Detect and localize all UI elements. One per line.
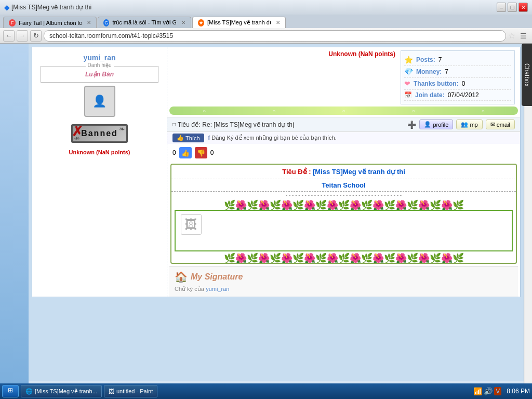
tab-close-miss-ts[interactable]: ✕ bbox=[276, 20, 280, 25]
user-avatar: 👤 bbox=[84, 86, 115, 117]
social-bar: 👍 Thích f Đăng Ký để xem những gì bạn bè… bbox=[167, 132, 520, 144]
minimize-button[interactable]: – bbox=[497, 3, 506, 12]
like-count-right: 0 bbox=[210, 149, 214, 156]
like-bar: 0 👍 👎 0 bbox=[167, 144, 520, 162]
content-box: Tiêu Đề : [Miss TS]Meg vẽ tranh dự thi T… bbox=[170, 164, 517, 264]
maximize-button[interactable]: □ bbox=[508, 3, 517, 12]
browser-logo: ◆ bbox=[4, 4, 9, 11]
fb-like-button[interactable]: 👍 Thích bbox=[172, 134, 204, 142]
title-text: [Miss TS]Meg vẽ tranh dự thi bbox=[11, 4, 91, 11]
tab-favicon-fairy: F bbox=[9, 19, 16, 26]
main-content: yumi_ran Danh hiệu Luận Bàn 👤 ✗ Banned bbox=[0, 44, 532, 399]
stat-join: 📅 Join date: 07/04/2012 bbox=[404, 90, 511, 101]
tab-close-google[interactable]: ✕ bbox=[181, 20, 185, 25]
like-count-left: 0 bbox=[172, 149, 176, 156]
tab-close-fairy[interactable]: ✕ bbox=[87, 20, 91, 25]
tieu-de-label: Tiêu Đề : bbox=[282, 168, 311, 176]
system-icons: 📶 🔊 V bbox=[473, 387, 501, 395]
tieu-de-value: [Miss TS]Meg vẽ tranh dự thi bbox=[313, 168, 405, 176]
chatbox-panel[interactable]: Chatbox bbox=[522, 44, 532, 106]
banned-text: Banned bbox=[81, 129, 118, 138]
house-icon: 🏠 bbox=[175, 271, 188, 283]
user-column: yumi_ran Danh hiệu Luận Bàn 👤 ✗ Banned bbox=[32, 47, 167, 297]
post-subject: Re: [Miss TS]Meg vẽ tranh dự thị bbox=[202, 121, 294, 128]
thumbs-up-icon: 👍 bbox=[177, 135, 184, 141]
stat-monney: 💎 Monney: 7 bbox=[404, 66, 511, 78]
posts-icon: ⭐ bbox=[404, 56, 413, 64]
network-icon: 📶 bbox=[473, 387, 482, 395]
stats-panel: ⭐ Posts: 7 💎 Monney: 7 ❤ Th bbox=[401, 50, 515, 104]
add-icon: ➕ bbox=[407, 121, 416, 129]
username: yumi_ran bbox=[38, 54, 161, 62]
taskbar-item-paint[interactable]: 🖼 untitled - Paint bbox=[104, 385, 157, 397]
stat-posts: ⭐ Posts: 7 bbox=[404, 54, 511, 66]
school-name: Teitan School bbox=[171, 179, 516, 191]
post-subject-line: □ Tiêu đề: Re: [Miss TS]Meg vẽ tranh dự … bbox=[172, 121, 294, 128]
bookmark-button[interactable]: ☆ bbox=[508, 31, 515, 41]
signature-area: 🏠 My Signature Chữ ký của yumi_ran bbox=[169, 266, 518, 297]
stat-thanks: ❤ Thanks button: 0 bbox=[404, 78, 511, 90]
address-bar[interactable]: school-teitan.roomforum.com/t41-topic#35… bbox=[44, 30, 506, 42]
content-column: Unknown (NaN points) ⭐ Posts: 7 💎 Monney… bbox=[167, 47, 520, 297]
danh-hieu-label: Danh hiệu bbox=[85, 62, 113, 68]
back-button[interactable]: ← bbox=[3, 30, 15, 42]
floral-border-bottom: 🌿🌺🌿🌺🌿🌺🌿🌺🌿🌺🌿🌺🌿🌺🌿🌺🌿🌺🌿🌺🌿 bbox=[171, 251, 516, 263]
fb-register-text: f Đăng Ký để xem những gì bạn bè của bạn… bbox=[208, 135, 337, 141]
post-actions: □ Tiêu đề: Re: [Miss TS]Meg vẽ tranh dự … bbox=[167, 117, 520, 132]
decorative-divider: ○ ○ ○ ○ ○ bbox=[169, 107, 518, 115]
tab-label-google: trúc mã là sói - Tìm với Google bbox=[112, 19, 176, 26]
address-text: school-teitan.roomforum.com/t41-topic#35… bbox=[49, 32, 173, 39]
tab-label-fairy: Fairy Tail | Album chon loc bbox=[19, 20, 82, 26]
title-bar: ◆ [Miss TS]Meg vẽ tranh dự thi – □ ✕ bbox=[0, 0, 532, 15]
image-broken-icon: 🖼 bbox=[181, 214, 202, 235]
sig-author-line: Chữ ký của yumi_ran bbox=[175, 285, 513, 292]
left-sidebar bbox=[0, 44, 29, 399]
tab-google[interactable]: G trúc mã là sói - Tìm với Google ✕ bbox=[98, 17, 191, 28]
unknown-points-right: Unknown (NaN points) bbox=[172, 50, 395, 58]
mp-icon: 👥 bbox=[461, 121, 468, 128]
refresh-button[interactable]: ↻ bbox=[30, 30, 42, 42]
close-button[interactable]: ✕ bbox=[518, 3, 528, 12]
tab-miss-ts[interactable]: ★ [Miss TS]Meg vẽ tranh dự thi ✕ bbox=[192, 17, 286, 28]
page-content: yumi_ran Danh hiệu Luận Bàn 👤 ✗ Banned bbox=[0, 44, 524, 399]
tab-fairy-tail[interactable]: F Fairy Tail | Album chon loc ✕ bbox=[3, 17, 97, 28]
rank-display: Luận Bàn bbox=[46, 71, 153, 78]
unknown-points-bottom: Unknown (NaN points) bbox=[38, 149, 161, 155]
tab-bar: F Fairy Tail | Album chon loc ✕ G trúc m… bbox=[0, 15, 532, 28]
profile-icon: 👤 bbox=[424, 121, 431, 128]
antivirus-icon: V bbox=[494, 387, 501, 395]
inner-content-box: 🖼 bbox=[175, 210, 513, 251]
clock: 8:06 PM bbox=[507, 388, 530, 395]
email-button[interactable]: ✉ email bbox=[486, 119, 515, 129]
post-image-placeholder: 🖼 bbox=[176, 211, 207, 250]
profile-button[interactable]: 👤 profile bbox=[419, 119, 453, 129]
dislike-button[interactable]: 👎 bbox=[195, 147, 207, 158]
post-subject-prefix: Tiêu đề: bbox=[178, 121, 200, 128]
taskbar: ⊞ 🌐 [Miss TS]Meg vẽ tranh... 🖼 untitled … bbox=[0, 383, 532, 399]
thanks-icon: ❤ bbox=[404, 79, 410, 88]
dashed-line: - - - - - - - - - - - - - - - - - - - - … bbox=[171, 191, 516, 198]
taskbar-item-browser[interactable]: 🌐 [Miss TS]Meg vẽ tranh... bbox=[21, 385, 102, 397]
sig-author: yumi_ran bbox=[206, 286, 229, 292]
nav-bar: ← → ↻ school-teitan.roomforum.com/t41-to… bbox=[0, 28, 532, 44]
forward-button[interactable]: → bbox=[17, 30, 28, 42]
sig-title: 🏠 My Signature bbox=[175, 271, 513, 283]
monney-icon: 💎 bbox=[404, 68, 413, 76]
volume-icon: 🔊 bbox=[484, 387, 493, 395]
mp-button[interactable]: 👥 mp bbox=[456, 119, 482, 129]
join-icon: 📅 bbox=[404, 91, 412, 99]
post-wrapper: yumi_ran Danh hiệu Luận Bàn 👤 ✗ Banned bbox=[32, 47, 521, 297]
floral-border-top: 🌿🌺🌿🌺🌿🌺🌿🌺🌿🌺🌿🌺🌿🌺🌿🌺🌿🌺🌿🌺🌿 bbox=[171, 198, 516, 210]
like-button[interactable]: 👍 bbox=[179, 147, 192, 158]
content-header: Tiêu Đề : [Miss TS]Meg vẽ tranh dự thi bbox=[171, 165, 516, 179]
action-buttons: ➕ 👤 profile 👥 mp ✉ email bbox=[407, 119, 515, 129]
taskbar-right: 📶 🔊 V 8:06 PM bbox=[473, 387, 530, 395]
chatbox-label: Chatbox bbox=[523, 63, 530, 87]
window-controls: – □ ✕ bbox=[497, 3, 528, 12]
settings-button[interactable]: ☰ bbox=[517, 32, 529, 40]
start-button[interactable]: ⊞ bbox=[2, 385, 19, 397]
tab-favicon-miss-ts: ★ bbox=[198, 19, 204, 26]
post-icon: □ bbox=[172, 122, 176, 127]
email-icon: ✉ bbox=[490, 121, 495, 128]
banned-image: ✗ Banned ❧ ❧ bbox=[71, 124, 128, 143]
